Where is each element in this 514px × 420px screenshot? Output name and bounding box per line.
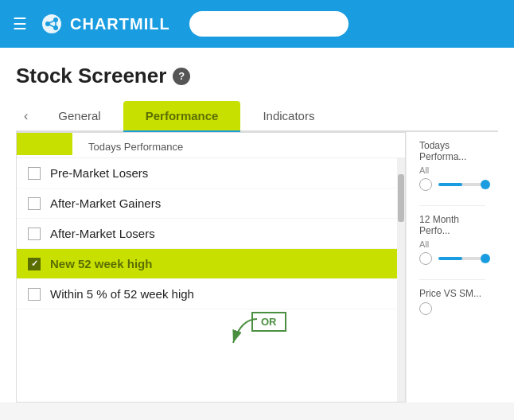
list-header: Todays Performance: [17, 133, 405, 158]
12mo-perf-slider-thumb: [481, 254, 490, 263]
right-divider-2: [419, 279, 485, 280]
12mo-perf-radio[interactable]: [419, 252, 432, 265]
menu-icon[interactable]: ☰: [13, 14, 27, 33]
header: ☰ CHARTMILL: [0, 0, 514, 48]
list-item[interactable]: After-Market Gainers: [17, 189, 405, 219]
12mo-perf-value: All: [419, 239, 485, 249]
12mo-perf-title: 12 Month Perfo...: [419, 214, 485, 236]
right-divider-1: [419, 205, 485, 206]
logo: CHARTMILL: [40, 12, 170, 36]
tab-performance[interactable]: Performance: [123, 101, 241, 130]
tab-arrow-left[interactable]: ‹: [16, 103, 36, 130]
12mo-perf-slider-row: [419, 252, 485, 265]
list-item[interactable]: Within 5 % of 52 week high: [17, 279, 405, 309]
list-item-label: After-Market Losers: [50, 227, 155, 240]
list-item-52-week-high[interactable]: ✓ New 52 week high: [17, 249, 405, 279]
checkbox-new-52-week-high[interactable]: ✓: [28, 258, 41, 270]
price-vs-sm-radio[interactable]: [419, 302, 432, 315]
svg-point-0: [42, 14, 61, 33]
checkbox-pre-market-losers[interactable]: [28, 167, 41, 180]
tab-indicators-label: Indicators: [263, 109, 314, 122]
price-vs-sm-title: Price VS SM...: [419, 288, 485, 299]
12mo-perf-slider-fill: [438, 257, 462, 260]
logo-text: CHARTMILL: [70, 15, 170, 33]
tab-general-label: General: [58, 109, 100, 122]
list-item[interactable]: After-Market Losers: [17, 219, 405, 249]
todays-perf-value: All: [419, 165, 485, 175]
page-content: Stock Screener ? ‹ General Performance I…: [0, 48, 514, 402]
price-vs-sm-slider-row: [419, 302, 485, 315]
list-item[interactable]: Pre-Market Losers: [17, 158, 405, 189]
tab-indicators[interactable]: Indicators: [240, 101, 337, 130]
tab-performance-label: Performance: [146, 109, 219, 122]
checkbox-within-5-pct[interactable]: [28, 288, 41, 301]
logo-icon: [40, 12, 64, 36]
todays-perf-slider-fill: [438, 183, 462, 186]
list-items: Pre-Market Losers After-Market Gainers A…: [17, 158, 405, 402]
right-section-12mo-perf: 12 Month Perfo... All: [419, 214, 485, 265]
right-panel: Todays Performa... All 12 Month Perfo...…: [406, 132, 498, 402]
right-section-price-vs-sm: Price VS SM...: [419, 288, 485, 315]
todays-perf-slider-row: [419, 178, 485, 191]
list-header-text: Todays Performance: [88, 141, 183, 153]
or-arrow-container: [209, 315, 273, 354]
left-panel: Todays Performance Pre-Market Losers Aft…: [16, 132, 406, 402]
checkbox-after-market-gainers[interactable]: [28, 197, 41, 210]
page-title-text: Stock Screener: [16, 64, 166, 88]
search-input[interactable]: [189, 11, 349, 37]
yellow-bar: [17, 133, 72, 155]
help-icon[interactable]: ?: [173, 68, 190, 85]
todays-perf-title: Todays Performa...: [419, 140, 485, 162]
or-arrow-icon: [209, 315, 273, 351]
todays-perf-radio[interactable]: [419, 178, 432, 191]
scrollbar[interactable]: [397, 158, 405, 402]
todays-perf-slider-thumb: [481, 180, 490, 189]
scroll-thumb: [398, 174, 404, 222]
list-item-label: After-Market Gainers: [50, 196, 161, 210]
todays-perf-slider[interactable]: [438, 183, 485, 186]
list-item-label: Within 5 % of 52 week high: [50, 287, 194, 301]
list-item-label: New 52 week high: [50, 257, 152, 270]
right-section-todays-perf: Todays Performa... All: [419, 140, 485, 191]
tab-general[interactable]: General: [36, 101, 123, 130]
main-area: Todays Performance Pre-Market Losers Aft…: [16, 132, 498, 402]
list-item-label: Pre-Market Losers: [50, 166, 148, 180]
checkbox-after-market-losers[interactable]: [28, 228, 41, 240]
12mo-perf-slider[interactable]: [438, 257, 485, 260]
tabs-container: ‹ General Performance Indicators: [16, 101, 498, 132]
page-title: Stock Screener ?: [16, 64, 498, 88]
